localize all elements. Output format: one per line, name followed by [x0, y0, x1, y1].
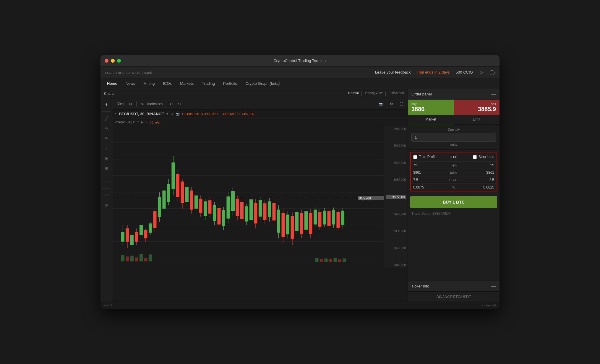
volume-label[interactable]: Volume (20) ▾ [115, 120, 135, 124]
svg-rect-109 [327, 211, 330, 226]
indicators-btn[interactable]: Indicators [147, 102, 163, 106]
titlebar: CryptoControl Trading Terminal [100, 55, 500, 66]
svg-rect-16 [130, 235, 134, 245]
sell-button[interactable]: sell 3885.9 [454, 100, 500, 115]
view-tradingview[interactable]: TradingView [365, 91, 383, 96]
crosshair-icon[interactable]: ✛ [102, 101, 111, 109]
svg-rect-25 [121, 255, 124, 261]
tpsl-header: Take Profit 3.00 Stop Loss [411, 152, 497, 162]
svg-rect-115 [341, 211, 344, 225]
wave-btn[interactable]: ∿ [139, 101, 146, 107]
user-icon[interactable]: ☺ [479, 70, 484, 75]
tp-value-col: 3.00 [448, 154, 460, 160]
svg-rect-18 [135, 232, 138, 241]
svg-rect-53 [199, 199, 202, 213]
candle-toolbar-right: 📷 ⚙ ⛶ [377, 101, 405, 107]
price-3840: 3840.000 [386, 264, 406, 267]
svg-rect-73 [245, 206, 248, 221]
nav-mining[interactable]: Mining [139, 78, 159, 89]
adjust-icon[interactable]: ⊞ [102, 164, 111, 173]
quantity-section: Quantity units [408, 125, 500, 150]
timeframe-30m[interactable]: 30m [115, 101, 126, 107]
take-profit-checkbox[interactable] [413, 155, 417, 159]
search-input[interactable] [105, 70, 241, 75]
chart-type-btn[interactable]: ⊡ [127, 101, 134, 107]
nav-home[interactable]: Home [103, 78, 121, 89]
quantity-label: Quantity [411, 128, 496, 131]
chart-area: 30m ⊡ ∿ Indicators ↩ ↪ 📷 ⚙ ⛶ [112, 98, 408, 302]
svg-rect-55 [204, 202, 207, 216]
limit-tab[interactable]: Limit [454, 115, 500, 124]
svg-rect-26 [126, 256, 129, 261]
usdt-label: USDT [446, 178, 461, 182]
ohlc-low: L 3883.680 [219, 112, 236, 116]
ohlc-data: O 3886.630 H 3888.370 L 3883.680 C 3885.… [182, 112, 254, 116]
tpsl-row-percent: 0.0075 % 0.0025 [411, 184, 497, 191]
market-tab[interactable]: Market [408, 115, 454, 124]
take-profit-value: 3.00 [450, 155, 457, 159]
svg-rect-41 [171, 162, 175, 189]
connection-status: connected [482, 304, 496, 307]
volume-bar: Volume (20) ▾ ⊙ ▶ ✕ 53 n/a [112, 118, 408, 126]
nav-news[interactable]: News [121, 78, 140, 89]
collapse-icon[interactable]: — [491, 92, 496, 97]
pen-icon[interactable]: ✏ [102, 134, 111, 142]
back-icon[interactable]: ← [102, 178, 111, 186]
candles-area[interactable]: 3885.900 [112, 126, 384, 268]
chart-title: Charts [104, 92, 114, 96]
minimize-button[interactable] [111, 59, 115, 63]
undo-btn[interactable]: ↩ [168, 101, 175, 107]
price-axis: 3910.000 3900.000 3890.000 3880.000 3885… [384, 126, 408, 268]
svg-rect-45 [181, 182, 184, 203]
ticker-header: Ticker Info — [408, 281, 500, 292]
fib-icon[interactable]: ⊹ [102, 124, 111, 132]
search-area[interactable] [100, 70, 245, 75]
trade-value-label: Trade Value: [411, 212, 431, 216]
svg-rect-24 [149, 223, 152, 233]
svg-rect-101 [309, 213, 312, 234]
node-icon[interactable]: ⊕ [102, 154, 111, 162]
svg-rect-93 [291, 216, 294, 239]
ticker-panel: Ticker Info — BINANCE:BTC/USDT [408, 281, 500, 302]
zoom-icon[interactable]: ⊕ [102, 201, 111, 209]
chart-left-toolbar: ✛ ╱ ⊹ ✏ T ⊕ ⊞ ← ▭ ⊕ [100, 98, 112, 302]
view-normal[interactable]: Normal [348, 91, 359, 96]
view-fullscreen[interactable]: FullScreen [388, 91, 404, 96]
price-label: price [446, 171, 461, 174]
line-tool-icon[interactable]: ╱ [102, 114, 111, 122]
svg-rect-29 [140, 254, 143, 261]
text-icon[interactable]: T [102, 144, 111, 152]
svg-rect-47 [185, 187, 189, 202]
maximize-button[interactable] [117, 59, 121, 63]
power-icon[interactable]: ◯ [489, 69, 495, 75]
tpsl-row-price: 3961 price 3861 [411, 169, 497, 176]
window-title: CryptoControl Trading Terminal [273, 58, 327, 63]
window-controls [105, 59, 121, 63]
svg-rect-51 [194, 195, 198, 209]
fullscreen-btn[interactable]: ⛶ [398, 101, 405, 107]
close-button[interactable] [105, 59, 108, 63]
pct-label: % [446, 186, 461, 189]
nav-cryptograph[interactable]: Crypto Graph (beta) [241, 78, 284, 89]
camera-btn[interactable]: 📷 [377, 101, 385, 107]
redo-btn[interactable]: ↪ [176, 101, 183, 107]
settings-btn[interactable]: ⚙ [388, 101, 395, 107]
buy-action-button[interactable]: BUY 1 BTC [410, 196, 497, 208]
ticker-collapse-icon[interactable]: — [491, 284, 496, 289]
svg-rect-105 [318, 212, 321, 227]
nav-portfolio[interactable]: Portfolio [219, 78, 241, 89]
svg-rect-35 [158, 197, 161, 217]
ruler-icon[interactable]: ▭ [102, 191, 111, 199]
separator2 [165, 101, 165, 107]
feedback-link[interactable]: Leave your feedback [375, 70, 411, 74]
svg-rect-69 [236, 199, 239, 216]
nav-icos[interactable]: ICOs [159, 78, 176, 89]
nav-markets[interactable]: Markets [176, 78, 198, 89]
stop-loss-checkbox[interactable] [473, 155, 477, 159]
nav-trading[interactable]: Trading [198, 78, 219, 89]
price-3850: 3850.000 [386, 247, 406, 250]
quantity-input[interactable] [411, 133, 496, 142]
price-3860: 3860.000 [386, 230, 406, 233]
buy-button[interactable]: buy 3886 [408, 100, 454, 115]
sl-pct-right: 0.0025 [461, 185, 494, 189]
